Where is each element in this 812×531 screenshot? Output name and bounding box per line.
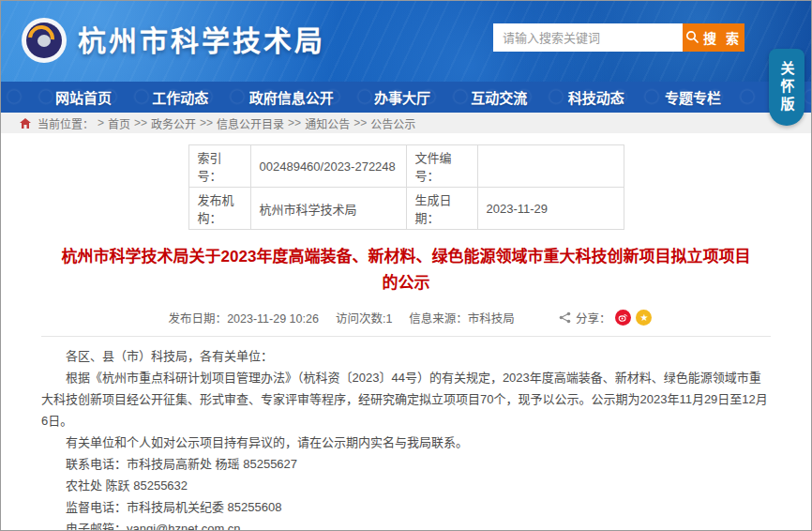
breadcrumb-separator: >>: [134, 116, 147, 129]
paragraph: 有关单位和个人如对公示项目持有异议的，请在公示期内实名与我局联系。: [41, 432, 769, 453]
search-input[interactable]: [493, 23, 683, 52]
bureau-emblem-icon: [26, 23, 62, 58]
nav-item-gov-info-disclosure[interactable]: 政府信息公开: [249, 87, 334, 107]
nav-item-work-news[interactable]: 工作动态: [152, 87, 208, 107]
visit-count: 访问次数:1: [336, 309, 392, 326]
page-title: 杭州市科学技术局关于2023年度高端装备、新材料、绿色能源领域市重大科技创新项目…: [55, 244, 757, 296]
article-content: 索引号： 002489460/2023-272248 文件编号： 发布机构： 杭…: [1, 133, 811, 531]
page: 杭州市科学技术局 搜 索 关怀版 网站首页 工作动态 政府信息公开 办事大厅 互…: [0, 0, 812, 531]
document-info-table: 索引号： 002489460/2023-272248 文件编号： 发布机构： 杭…: [188, 144, 624, 230]
nav-item-special-topics[interactable]: 专题专栏: [665, 87, 721, 107]
paragraph: 根据《杭州市重点科研计划项目管理办法》（杭科资〔2023〕44号）的有关规定，2…: [41, 367, 769, 432]
breadcrumb-separator: >: [98, 116, 104, 129]
share-icon: [559, 311, 571, 324]
index-number-value: 002489460/2023-272248: [250, 145, 406, 188]
article-body: 各区、县（市）科技局，各有关单位： 根据《杭州市重点科研计划项目管理办法》（杭科…: [41, 345, 769, 531]
nav-item-home[interactable]: 网站首页: [55, 87, 112, 107]
search-bar: 搜 索: [493, 23, 744, 52]
care-mode-tab[interactable]: 关怀版: [769, 49, 804, 126]
issuing-agency-value: 杭州市科学技术局: [250, 188, 406, 230]
generation-date-label: 生成日期：: [406, 188, 477, 230]
nav-item-interaction[interactable]: 互动交流: [471, 87, 527, 107]
publish-date: 发布日期：2023-11-29 10:26: [169, 309, 319, 326]
share-group: 分享：: [559, 309, 653, 326]
breadcrumb-item-gov-disclosure[interactable]: 政务公开: [151, 115, 196, 131]
issuing-agency-label: 发布机构：: [188, 188, 250, 230]
index-number-label: 索引号：: [188, 145, 250, 188]
search-button-label: 搜 索: [703, 28, 742, 47]
divider: [41, 336, 771, 337]
breadcrumb-item-announcements[interactable]: 公告公示: [370, 115, 415, 131]
breadcrumb-prefix: 当前位置：: [38, 115, 94, 131]
breadcrumb-separator: >>: [288, 116, 301, 129]
paragraph-supervision-phone: 监督电话：市科技局机关纪委 85255608: [41, 496, 769, 518]
home-icon: [20, 118, 31, 129]
search-icon: [685, 30, 699, 46]
paragraph: 各区、县（市）科技局，各有关单位：: [41, 345, 769, 367]
breadcrumb-separator: >>: [353, 116, 367, 129]
breadcrumb: 当前位置： > 首页 >> 政务公开 >> 信息公开目录 >> 通知公告 >> …: [1, 113, 811, 133]
article-meta: 发布日期：2023-11-29 10:26 访问次数:1 信息来源：市科技局 分…: [1, 309, 811, 326]
paragraph-email: 电子邮箱：yangj@hznet.com.cn: [41, 518, 769, 531]
file-number-label: 文件编号：: [406, 145, 477, 188]
breadcrumb-item-info-catalog[interactable]: 信息公开目录: [217, 115, 284, 131]
site-header: 杭州市科学技术局 搜 索: [1, 1, 811, 82]
site-logo: [22, 18, 67, 63]
weibo-share-icon[interactable]: [615, 310, 631, 326]
generation-date-value: 2023-11-29: [477, 188, 624, 230]
nav-item-service-hall[interactable]: 办事大厅: [374, 87, 430, 107]
paragraph-contact-phone: 农社处 陈跃 85255632: [41, 475, 769, 496]
paragraph-contact-phone: 联系电话：市科技局高新处 杨瑶 85255627: [41, 453, 769, 475]
main-nav: 网站首页 工作动态 政府信息公开 办事大厅 互动交流 科技动态 专题专栏: [1, 82, 811, 113]
qzone-share-icon[interactable]: [636, 310, 652, 326]
site-title: 杭州市科学技术局: [78, 1, 325, 82]
search-button[interactable]: 搜 索: [683, 23, 744, 52]
nav-item-scitech-news[interactable]: 科技动态: [568, 87, 624, 107]
breadcrumb-item-home[interactable]: 首页: [108, 115, 130, 131]
table-row: 索引号： 002489460/2023-272248 文件编号：: [188, 145, 624, 188]
breadcrumb-item-notices[interactable]: 通知公告: [305, 115, 350, 131]
table-row: 发布机构： 杭州市科学技术局 生成日期： 2023-11-29: [188, 188, 624, 230]
emblem-core: [38, 35, 51, 47]
info-source: 信息来源：市科技局: [409, 309, 515, 326]
breadcrumb-separator: >>: [200, 116, 213, 129]
share-label: 分享：: [576, 309, 611, 326]
file-number-value: [477, 145, 624, 188]
